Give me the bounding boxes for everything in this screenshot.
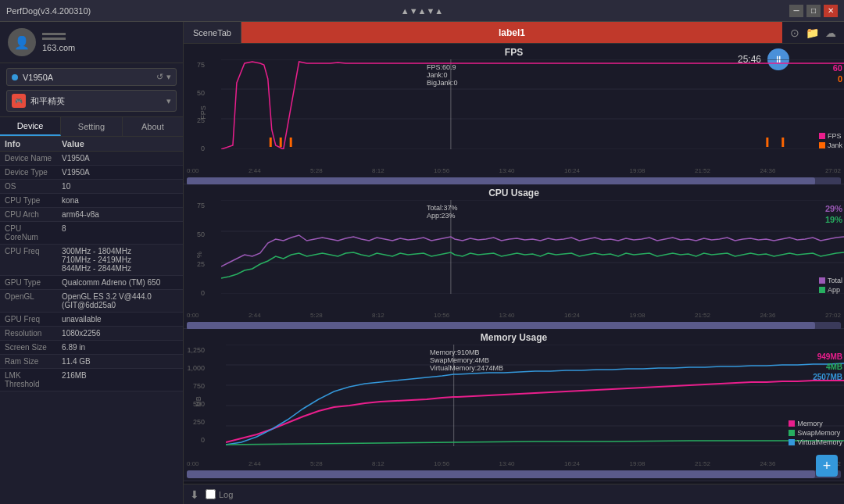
xaxis-label: 10:56 — [434, 312, 449, 319]
col-info: Info — [0, 137, 57, 152]
table-cell-value: 10 — [57, 180, 183, 194]
label1-tab[interactable]: label1 — [241, 22, 782, 43]
minimize-button[interactable]: ─ — [789, 5, 803, 17]
bottom-bar: ⬇ Log — [184, 484, 844, 504]
cloud-icon[interactable]: ☁ — [825, 27, 836, 39]
xaxis-label: 2:44 — [249, 460, 261, 467]
memory-chart: Memory Usage 1,250 1,000 750 500 250 0 M… — [184, 329, 844, 481]
table-row: Device NameV1950A — [0, 152, 183, 166]
table-row: LMK Threshold216MB — [0, 369, 183, 391]
col-value: Value — [57, 137, 183, 152]
table-row: CPU Freq300MHz - 1804MHz 710MHz - 2419MH… — [0, 245, 183, 276]
memory-scrollbar[interactable] — [187, 470, 841, 478]
memory-chart-body: 1,250 1,000 750 500 250 0 MB — [184, 345, 844, 458]
table-row: Ram Size11.4 GB — [0, 355, 183, 369]
svg-rect-6 — [280, 138, 282, 147]
xaxis-label: 19:08 — [629, 167, 645, 174]
xaxis-label: 13:40 — [499, 167, 515, 174]
app-selector-row[interactable]: 🎮 和平精英 ▾ — [6, 90, 177, 112]
add-chart-button[interactable]: + — [816, 455, 838, 477]
xaxis-label: 10:56 — [434, 460, 449, 467]
cpu-xaxis: 0:002:445:288:1210:5613:4016:2419:0821:5… — [184, 309, 844, 320]
table-row: GPU TypeQualcomm Adreno (TM) 650 — [0, 276, 183, 290]
scene-icons: ⊙ 📁 ☁ — [782, 22, 844, 43]
fps-yaxis-label: FPS — [199, 105, 207, 120]
table-cell-value: 6.89 in — [57, 341, 183, 355]
scene-tab-label[interactable]: SceneTab — [184, 22, 241, 43]
avatar: 👤 — [8, 28, 36, 56]
svg-rect-5 — [270, 138, 272, 147]
cpu-yaxis-label: % — [195, 252, 203, 258]
xaxis-label: 5:28 — [310, 460, 323, 467]
xaxis-label: 2:44 — [249, 167, 261, 174]
device-selector-row[interactable]: V1950A ↺ ▾ — [6, 68, 177, 86]
xaxis-label: 8:12 — [372, 460, 384, 467]
xaxis-label: 21:52 — [695, 167, 710, 174]
xaxis-label: 2:44 — [249, 312, 261, 319]
table-cell-value: kona — [57, 194, 183, 208]
xaxis-label: 5:28 — [310, 312, 323, 319]
xaxis-label: 8:12 — [372, 167, 384, 174]
log-checkbox[interactable]: Log — [206, 489, 233, 499]
maximize-button[interactable]: □ — [806, 5, 821, 17]
memory-chart-title: Memory Usage — [184, 329, 844, 345]
tab-setting[interactable]: Setting — [61, 117, 122, 136]
xaxis-label: 5:28 — [310, 167, 323, 174]
memory-current-values: 949MB 4MB 2507MB — [813, 352, 842, 381]
memory-svg — [226, 345, 844, 446]
xaxis-label: 27:02 — [825, 167, 841, 174]
table-cell-info: Ram Size — [0, 355, 57, 369]
device-selector: V1950A ↺ ▾ 🎮 和平精英 ▾ — [0, 63, 183, 117]
table-cell-value: 1080x2256 — [57, 327, 183, 341]
charts-area: FPS 25:46 ⏸ 75 50 25 0 FPS — [184, 44, 844, 484]
fps-chart-body: 75 50 25 0 FPS — [184, 59, 844, 165]
table-row: OS10 — [0, 180, 183, 194]
xaxis-label: 24:36 — [760, 460, 775, 467]
table-cell-info: Device Name — [0, 152, 57, 166]
download-icon[interactable]: ⬇ — [190, 488, 199, 501]
table-row: CPU CoreNum8 — [0, 222, 183, 245]
memory-chart-area: Memory:910MB SwapMemory:4MB VirtualMemor… — [226, 345, 844, 458]
table-cell-info: CPU CoreNum — [0, 222, 57, 245]
memory-yaxis-label: MB — [195, 396, 202, 407]
fps-legend: FPS Jank — [819, 132, 842, 149]
table-cell-info: GPU Type — [0, 276, 57, 290]
svg-rect-8 — [766, 138, 768, 147]
table-cell-value: 300MHz - 1804MHz 710MHz - 2419MHz 844MHz… — [57, 245, 183, 276]
log-checkbox-input[interactable] — [206, 489, 216, 499]
svg-rect-9 — [781, 138, 784, 147]
table-cell-info: CPU Type — [0, 194, 57, 208]
table-row: CPU Typekona — [0, 194, 183, 208]
table-row: CPU Archarm64-v8a — [0, 208, 183, 222]
device-icons: ↺ ▾ — [156, 72, 171, 82]
xaxis-label: 24:36 — [760, 312, 775, 319]
tab-about[interactable]: About — [123, 117, 183, 136]
table-row: Resolution1080x2256 — [0, 327, 183, 341]
user-line-2 — [42, 38, 66, 40]
tab-device[interactable]: Device — [0, 117, 61, 136]
table-cell-value: 11.4 GB — [57, 355, 183, 369]
table-cell-info: CPU Arch — [0, 208, 57, 222]
cpu-legend: Total App — [819, 277, 842, 294]
table-cell-info: OS — [0, 180, 57, 194]
cpu-chart: CPU Usage 75 50 25 0 % — [184, 184, 844, 329]
cpu-chart-title: CPU Usage — [184, 184, 844, 200]
left-panel: 👤 163.com V1950A ↺ ▾ 🎮 和平精英 — [0, 22, 184, 504]
user-section: 👤 163.com — [0, 22, 183, 63]
table-row: GPU Frequnavailable — [0, 313, 183, 327]
refresh-icon[interactable]: ↺ — [156, 72, 163, 82]
location-icon[interactable]: ⊙ — [790, 27, 799, 39]
username: 163.com — [42, 43, 75, 52]
chevron-down-icon[interactable]: ▾ — [166, 72, 171, 82]
table-cell-info: Device Type — [0, 166, 57, 180]
folder-icon[interactable]: 📁 — [806, 27, 819, 39]
table-cell-info: GPU Freq — [0, 313, 57, 327]
fps-chart: FPS 25:46 ⏸ 75 50 25 0 FPS — [184, 44, 844, 184]
close-button[interactable]: ✕ — [824, 5, 838, 17]
fps-current-values: 60 0 — [833, 63, 842, 84]
xaxis-label: 19:08 — [629, 312, 645, 319]
table-cell-value: 8 — [57, 222, 183, 245]
xaxis-label: 19:08 — [629, 460, 645, 467]
table-cell-info: OpenGL — [0, 290, 57, 313]
table-cell-value: V1950A — [57, 152, 183, 166]
